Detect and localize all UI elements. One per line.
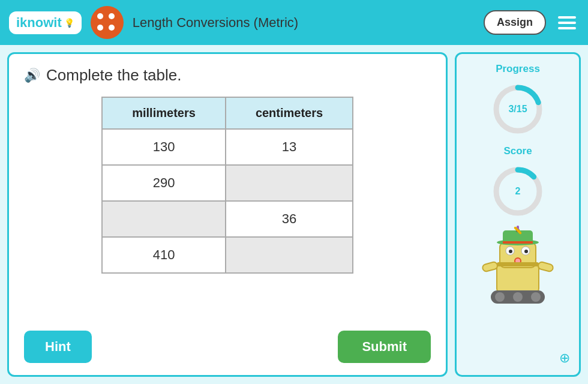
logo-bulb-icon: 💡 xyxy=(64,18,74,28)
main-content: 🔊 Complete the table. millimeters centim… xyxy=(0,45,588,384)
table-row: 130 13 xyxy=(102,129,353,165)
dice-icon xyxy=(97,13,116,32)
conversion-table: millimeters centimeters 130 13 290 36 xyxy=(101,97,353,274)
logo: iknowit 💡 xyxy=(9,11,82,34)
table-row: 290 xyxy=(102,165,353,201)
menu-icon xyxy=(558,22,576,24)
lesson-title: Length Conversions (Metric) xyxy=(133,15,475,31)
menu-button[interactable] xyxy=(555,13,579,32)
progress-value: 3/15 xyxy=(508,104,527,115)
menu-icon xyxy=(558,16,576,19)
question-text: Complete the table. xyxy=(46,66,181,85)
logo-text: iknowit xyxy=(16,15,62,31)
mm-value: 290 xyxy=(102,165,226,201)
cm-value: 13 xyxy=(226,129,353,165)
nav-arrow-right[interactable]: ⊕ xyxy=(559,350,570,366)
assign-button[interactable]: Assign xyxy=(484,10,546,35)
svg-point-21 xyxy=(495,292,505,302)
table-row: 36 xyxy=(102,201,353,237)
menu-icon xyxy=(558,27,576,29)
score-circle: 2 xyxy=(491,164,545,218)
question-panel: 🔊 Complete the table. millimeters centim… xyxy=(7,52,448,377)
activity-icon xyxy=(91,6,124,39)
progress-label: Progress xyxy=(496,63,540,75)
svg-point-15 xyxy=(524,250,528,253)
svg-rect-19 xyxy=(538,262,554,272)
sidebar-panel: Progress 3/15 Score 2 xyxy=(455,52,581,377)
progress-circle: 3/15 xyxy=(491,82,545,136)
robot-character xyxy=(476,224,560,308)
col-cm-header: centimeters xyxy=(226,97,353,129)
mm-value: 130 xyxy=(102,129,226,165)
svg-point-23 xyxy=(531,292,541,302)
table-row: 410 xyxy=(102,237,353,273)
svg-point-22 xyxy=(513,292,523,302)
cm-input-cell[interactable] xyxy=(226,237,353,273)
svg-rect-24 xyxy=(497,262,539,266)
score-label: Score xyxy=(503,145,532,157)
hint-button[interactable]: Hint xyxy=(24,331,92,363)
svg-rect-18 xyxy=(482,262,498,272)
speaker-icon[interactable]: 🔊 xyxy=(24,68,40,83)
mm-value: 410 xyxy=(102,237,226,273)
cm-input-cell[interactable] xyxy=(226,165,353,201)
header: iknowit 💡 Length Conversions (Metric) As… xyxy=(0,0,588,45)
question-header: 🔊 Complete the table. xyxy=(24,66,431,85)
mm-input-cell[interactable] xyxy=(102,201,226,237)
svg-point-14 xyxy=(509,250,512,253)
cm-value: 36 xyxy=(226,201,353,237)
col-mm-header: millimeters xyxy=(102,97,226,129)
score-value: 2 xyxy=(515,186,521,197)
bottom-buttons: Hint Submit xyxy=(24,322,431,363)
submit-button[interactable]: Submit xyxy=(338,331,431,363)
svg-rect-8 xyxy=(503,241,533,244)
